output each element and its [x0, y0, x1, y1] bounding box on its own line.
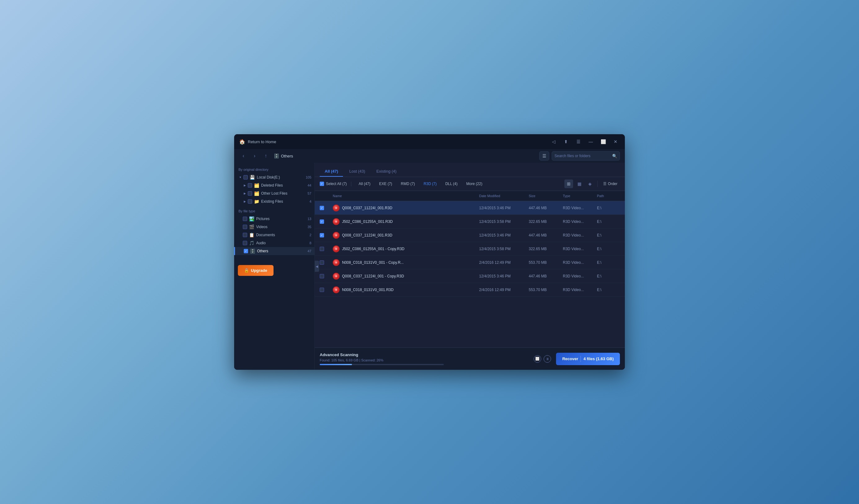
nav-forward-btn[interactable]: ›: [250, 152, 259, 160]
scan-controls: ⬜ ⏸: [534, 355, 551, 363]
title-bar-controls: ◁ ⬆ ☰ — ⬜ ✕: [549, 137, 620, 146]
row-path-6: E:\: [595, 273, 620, 279]
checkbox-videos[interactable]: [243, 225, 247, 229]
videos-icon: 🎬: [249, 225, 254, 229]
panel-collapse-btn[interactable]: ◀: [315, 261, 319, 272]
upgrade-button[interactable]: 🔒 Upgrade: [238, 265, 273, 276]
row-type-7: R3D Video...: [561, 286, 595, 293]
sidebar-item-existing[interactable]: ▶ 📁 Existing Files 4: [234, 197, 314, 205]
checkbox-existing[interactable]: [248, 199, 252, 204]
tab-existing[interactable]: Existing (4): [372, 166, 402, 177]
tab-lost[interactable]: Lost (43): [344, 166, 370, 177]
filter-all-btn[interactable]: All (47): [356, 180, 374, 187]
title-bar-left: 🏠 Return to Home: [239, 139, 549, 145]
existing-icon: 📁: [254, 199, 259, 204]
view-grid-btn[interactable]: ⊞: [564, 180, 573, 188]
row-path-2: E:\: [595, 218, 620, 225]
other-lost-label: Other Lost Files: [261, 191, 305, 196]
sidebar-item-pictures[interactable]: 🏞️ Pictures 13: [234, 215, 314, 223]
menu-icon-btn[interactable]: ☰: [574, 137, 583, 146]
file-icon-7: [333, 286, 340, 293]
sidebar-item-local-disk[interactable]: ▼ 💾 Local Disk(E:) 105: [234, 173, 314, 181]
filter-rmd-btn[interactable]: RMD (7): [398, 180, 418, 187]
others-icon: 🗄️: [250, 248, 255, 254]
back-icon-btn[interactable]: ◁: [549, 137, 558, 146]
checkbox-deleted[interactable]: [248, 183, 252, 187]
table-row[interactable]: N008_C018_0131V0_001 - Copy.R... 2/4/201…: [315, 256, 625, 269]
row-type-1: R3D Video...: [561, 204, 595, 211]
row-date-3: 12/4/2015 3:46 PM: [477, 232, 527, 239]
view-tag-btn[interactable]: ◈: [586, 180, 594, 188]
sidebar-item-others[interactable]: 🗄️ Others 47: [234, 247, 314, 255]
row-checkbox-2[interactable]: [320, 219, 324, 224]
checkbox-audio[interactable]: [243, 241, 247, 245]
nav-menu-btn[interactable]: ☰: [539, 151, 549, 161]
table-row[interactable]: Q008_C037_11224I_001.R3D 12/4/2015 3:46 …: [315, 228, 625, 242]
section-original-dir-label: By original directory: [234, 166, 314, 173]
scanning-title: Advanced Scanning: [320, 352, 529, 357]
col-header-name: Name: [331, 193, 477, 199]
sidebar-item-videos[interactable]: 🎬 Videos 35: [234, 223, 314, 231]
checkbox-others[interactable]: [244, 249, 248, 253]
sidebar-item-documents[interactable]: 📋 Documents 2: [234, 231, 314, 239]
row-name-4: J502_C086_01255A_001 - Copy.R3D: [331, 244, 477, 254]
tab-all[interactable]: All (47): [320, 166, 343, 177]
view-divider: [597, 181, 598, 187]
filter-more-btn[interactable]: More (22): [463, 180, 485, 187]
row-checkbox-3[interactable]: [320, 233, 324, 238]
filter-r3d-btn[interactable]: R3D (7): [421, 180, 440, 187]
share-icon-btn[interactable]: ⬆: [562, 137, 570, 146]
deleted-files-count: 44: [307, 183, 311, 187]
existing-label: Existing Files: [261, 199, 307, 204]
view-list-btn[interactable]: ▦: [575, 180, 584, 188]
scan-stop-btn[interactable]: ⬜: [534, 355, 541, 363]
table-row[interactable]: Q008_C037_11224I_001.R3D 12/4/2015 3:46 …: [315, 201, 625, 215]
row-checkbox-1[interactable]: [320, 206, 324, 210]
row-checkbox-4[interactable]: [320, 247, 324, 251]
nav-back-btn[interactable]: ‹: [239, 152, 248, 160]
row-checkbox-5[interactable]: [320, 260, 324, 265]
documents-count: 2: [310, 233, 311, 237]
search-icon: 🔍: [612, 154, 617, 158]
table-row[interactable]: J502_C086_01255A_001.R3D 12/4/2015 3:58 …: [315, 215, 625, 228]
file-icon-4: [333, 245, 340, 252]
recover-divider: [581, 356, 581, 362]
pictures-count: 13: [307, 217, 311, 221]
row-checkbox-7[interactable]: [320, 288, 324, 292]
row-path-7: E:\: [595, 286, 620, 293]
others-count: 47: [307, 249, 311, 253]
file-icon-2: [333, 218, 340, 225]
filter-exe-btn[interactable]: EXE (7): [376, 180, 395, 187]
nav-up-btn[interactable]: ↑: [261, 152, 270, 160]
checkbox-other-lost[interactable]: [248, 191, 252, 196]
checkbox-pictures[interactable]: [243, 217, 247, 221]
filter-dll-btn[interactable]: DLL (4): [442, 180, 461, 187]
select-all-checkbox[interactable]: ✓: [320, 182, 324, 186]
scan-pause-btn[interactable]: ⏸: [544, 355, 551, 363]
row-type-2: R3D Video...: [561, 218, 595, 225]
filter-sep-1: |: [350, 181, 352, 187]
order-btn[interactable]: ☰ Order: [601, 180, 620, 187]
row-checkbox-6[interactable]: [320, 274, 324, 278]
select-all-control[interactable]: ✓ Select All (7): [320, 182, 347, 186]
local-disk-label: Local Disk(E:): [257, 175, 303, 180]
table-row[interactable]: N008_C018_0131V0_001.R3D 2/4/2016 12:49 …: [315, 283, 625, 296]
row-path-4: E:\: [595, 245, 620, 252]
close-btn[interactable]: ✕: [611, 137, 620, 146]
sidebar-item-audio[interactable]: 🎵 Audio 8: [234, 239, 314, 247]
recover-file-count: 4 files (1.63 GB): [583, 356, 614, 361]
row-type-6: R3D Video...: [561, 273, 595, 279]
table-row[interactable]: Q008_C037_11224I_001 - Copy.R3D 12/4/201…: [315, 269, 625, 283]
row-size-2: 322.65 MB: [527, 218, 561, 225]
expand-arrow-existing: ▶: [243, 200, 246, 203]
sidebar-item-other-lost[interactable]: ▶ 🗂️ Other Lost Files 57: [234, 189, 314, 197]
checkbox-local-disk[interactable]: [243, 175, 248, 180]
recover-button[interactable]: Recover 4 files (1.63 GB): [556, 353, 620, 365]
progress-bar-fill: [320, 364, 352, 365]
sidebar-item-deleted-files[interactable]: ▶ 🗂️ Deleted Files 44: [234, 181, 314, 189]
table-row[interactable]: J502_C086_01255A_001 - Copy.R3D 12/4/201…: [315, 242, 625, 256]
search-input[interactable]: [555, 154, 610, 158]
minimize-btn[interactable]: —: [586, 137, 595, 146]
maximize-btn[interactable]: ⬜: [599, 137, 607, 146]
checkbox-documents[interactable]: [243, 233, 247, 237]
